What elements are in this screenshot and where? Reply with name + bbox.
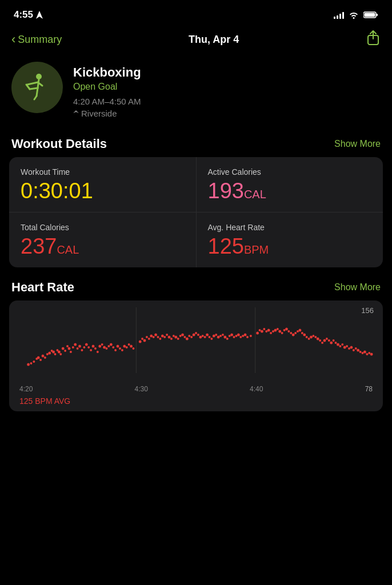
svg-point-73 (161, 335, 164, 338)
chevron-left-icon: ‹ (11, 32, 15, 47)
svg-point-56 (119, 347, 121, 350)
workout-location: Riverside (73, 109, 141, 118)
svg-point-77 (170, 338, 173, 340)
workout-details-show-more[interactable]: Show More (334, 139, 381, 149)
svg-point-161 (363, 351, 366, 354)
battery-icon (363, 11, 378, 19)
avg-hr-value: 125BPM (208, 235, 372, 257)
svg-point-40 (83, 346, 85, 348)
svg-point-82 (181, 334, 184, 336)
svg-point-97 (215, 334, 217, 336)
page-title: Thu, Apr 4 (189, 34, 239, 46)
svg-point-162 (366, 353, 368, 355)
workout-icon (11, 62, 63, 113)
svg-point-105 (233, 336, 235, 338)
svg-point-122 (277, 328, 279, 330)
status-bar: 4:55 (0, 0, 392, 27)
svg-point-113 (256, 332, 259, 335)
location-arrow-icon (36, 11, 43, 19)
workout-details-header: Workout Details Show More (0, 130, 392, 157)
total-cal-value: 237CAL (21, 235, 185, 257)
svg-point-85 (188, 335, 190, 337)
svg-point-114 (259, 329, 261, 331)
svg-point-87 (193, 334, 195, 336)
active-cal-stat: Active Calories 193CAL (197, 157, 383, 212)
svg-point-128 (290, 332, 292, 334)
svg-point-98 (217, 336, 220, 339)
svg-point-123 (278, 330, 281, 333)
svg-point-107 (237, 334, 240, 336)
svg-line-8 (37, 88, 38, 96)
svg-point-65 (143, 339, 146, 342)
svg-point-141 (319, 339, 321, 342)
svg-point-148 (335, 342, 337, 344)
svg-point-133 (301, 332, 303, 334)
svg-point-36 (74, 343, 77, 346)
time-display: 4:55 (14, 9, 33, 21)
svg-point-64 (141, 338, 143, 340)
svg-point-155 (350, 346, 353, 349)
svg-point-62 (132, 347, 134, 350)
signal-icon (334, 11, 344, 19)
svg-point-37 (77, 347, 79, 350)
svg-point-46 (97, 351, 99, 353)
svg-point-144 (326, 338, 328, 340)
svg-point-42 (87, 346, 90, 348)
svg-point-16 (33, 360, 35, 363)
svg-point-47 (98, 345, 101, 348)
svg-point-72 (159, 338, 161, 340)
svg-point-20 (42, 355, 45, 358)
svg-point-70 (154, 334, 157, 336)
wifi-icon (349, 11, 359, 19)
svg-point-149 (337, 343, 339, 346)
heart-rate-section: Heart Rate Show More 156 (0, 273, 392, 411)
share-button[interactable] (366, 30, 381, 49)
workout-header: Kickboxing Open Goal 4:20 AM–4:50 AM Riv… (0, 56, 392, 130)
svg-point-104 (230, 334, 233, 336)
svg-point-50 (106, 347, 108, 350)
svg-point-163 (368, 352, 370, 354)
svg-point-54 (114, 349, 117, 351)
svg-point-55 (117, 345, 119, 348)
active-cal-label: Active Calories (208, 167, 372, 177)
svg-point-61 (130, 345, 133, 348)
svg-point-116 (263, 328, 265, 330)
svg-point-90 (199, 336, 202, 339)
svg-point-95 (210, 338, 213, 340)
svg-point-66 (146, 336, 148, 338)
location-pin-icon (73, 110, 79, 117)
svg-point-81 (179, 335, 182, 337)
svg-point-45 (94, 347, 97, 350)
svg-point-78 (173, 335, 175, 337)
svg-point-88 (195, 332, 197, 334)
svg-point-152 (343, 346, 346, 349)
heart-rate-header: Heart Rate Show More (0, 273, 392, 300)
svg-point-115 (261, 330, 263, 333)
svg-point-140 (317, 338, 319, 340)
svg-point-22 (46, 353, 49, 355)
svg-point-102 (226, 338, 229, 340)
back-button[interactable]: ‹ Summary (11, 33, 62, 47)
svg-point-108 (239, 336, 242, 338)
svg-point-137 (310, 336, 313, 339)
total-cal-stat: Total Calories 237CAL (9, 213, 197, 267)
workout-time-stat: Workout Time 0:30:01 (9, 157, 197, 212)
svg-point-49 (103, 346, 106, 349)
workout-info: Kickboxing Open Goal 4:20 AM–4:50 AM Riv… (73, 62, 141, 118)
svg-point-93 (206, 334, 209, 336)
svg-point-21 (44, 356, 46, 359)
avg-hr-stat: Avg. Heart Rate 125BPM (197, 213, 383, 267)
svg-point-28 (58, 351, 61, 354)
svg-point-153 (346, 345, 348, 347)
svg-point-60 (128, 343, 130, 346)
svg-point-117 (265, 330, 267, 332)
svg-point-120 (272, 330, 274, 332)
svg-point-15 (30, 362, 32, 364)
workout-details-title: Workout Details (11, 137, 107, 151)
svg-point-34 (70, 351, 72, 353)
heart-rate-show-more[interactable]: Show More (334, 282, 381, 292)
svg-point-110 (244, 334, 247, 336)
svg-point-59 (126, 346, 128, 348)
svg-point-58 (123, 345, 126, 348)
svg-point-52 (110, 343, 113, 346)
